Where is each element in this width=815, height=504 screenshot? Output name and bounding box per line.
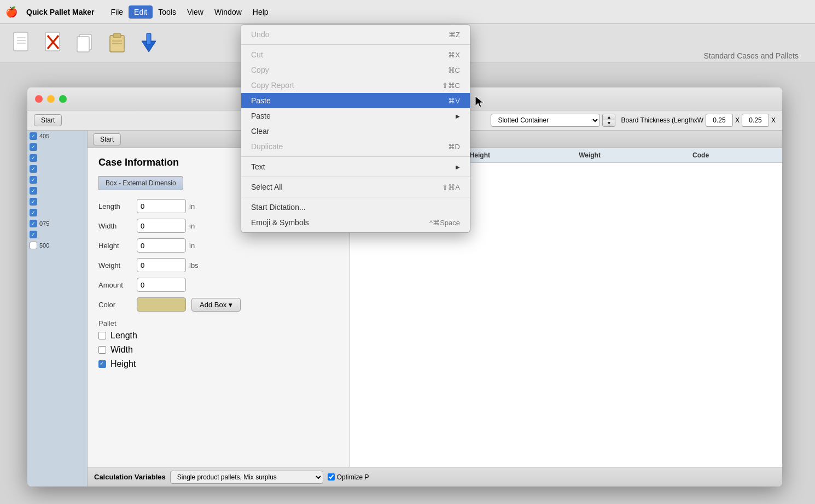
menu-undo[interactable]: Undo ⌘Z xyxy=(241,27,470,42)
paste-submenu-arrow: ▶ xyxy=(456,113,460,119)
menu-emoji-symbols[interactable]: Emoji & Symbols ^⌘Space xyxy=(241,215,470,230)
menu-separator-3 xyxy=(241,177,470,177)
menu-duplicate[interactable]: Duplicate ⌘D xyxy=(241,139,470,154)
mouse-cursor-icon xyxy=(474,95,485,109)
menu-clear-label: Clear xyxy=(251,127,269,136)
menu-duplicate-label: Duplicate xyxy=(251,142,283,151)
menu-copy[interactable]: Copy ⌘C xyxy=(241,62,470,78)
menu-cut-shortcut: ⌘X xyxy=(448,51,460,59)
menu-paste-submenu[interactable]: Paste ▶ xyxy=(241,108,470,124)
menu-copy-report-label: Copy Report xyxy=(251,81,294,90)
menu-copy-label: Copy xyxy=(251,66,269,74)
menu-separator-1 xyxy=(241,44,470,45)
menu-separator-4 xyxy=(241,197,470,197)
menu-separator-2 xyxy=(241,156,470,157)
menu-paste-highlighted-label: Paste xyxy=(251,96,271,105)
menu-copy-report[interactable]: Copy Report ⇧⌘C xyxy=(241,78,470,93)
text-submenu-arrow: ▶ xyxy=(456,164,460,170)
menu-text-submenu[interactable]: Text ▶ xyxy=(241,159,470,174)
svg-marker-16 xyxy=(475,96,484,107)
menu-emoji-shortcut: ^⌘Space xyxy=(429,219,460,227)
menu-text-label: Text xyxy=(251,162,265,171)
menu-paste-highlighted-shortcut: ⌘V xyxy=(448,97,460,105)
menu-select-all[interactable]: Select All ⇧⌘A xyxy=(241,179,470,195)
menu-clear[interactable]: Clear xyxy=(241,124,470,139)
menu-select-all-shortcut: ⇧⌘A xyxy=(442,183,460,191)
menu-cut[interactable]: Cut ⌘X xyxy=(241,47,470,62)
menu-dictation-label: Start Dictation... xyxy=(251,203,306,212)
menu-cut-label: Cut xyxy=(251,50,263,59)
menu-copy-report-shortcut: ⇧⌘C xyxy=(442,81,460,90)
menu-undo-shortcut: ⌘Z xyxy=(449,31,460,39)
menu-dictation[interactable]: Start Dictation... xyxy=(241,200,470,215)
menu-copy-shortcut: ⌘C xyxy=(448,66,460,74)
edit-dropdown-menu: Undo ⌘Z Cut ⌘X Copy ⌘C Copy Report ⇧⌘C P… xyxy=(241,24,470,233)
dropdown-overlay: Undo ⌘Z Cut ⌘X Copy ⌘C Copy Report ⇧⌘C P… xyxy=(0,0,815,504)
menu-select-all-label: Select All xyxy=(251,183,283,191)
menu-emoji-label: Emoji & Symbols xyxy=(251,218,309,227)
menu-duplicate-shortcut: ⌘D xyxy=(448,143,460,151)
menu-paste-highlighted[interactable]: Paste ⌘V xyxy=(241,93,470,108)
menu-undo-label: Undo xyxy=(251,30,269,39)
menu-paste-submenu-label: Paste xyxy=(251,112,271,120)
